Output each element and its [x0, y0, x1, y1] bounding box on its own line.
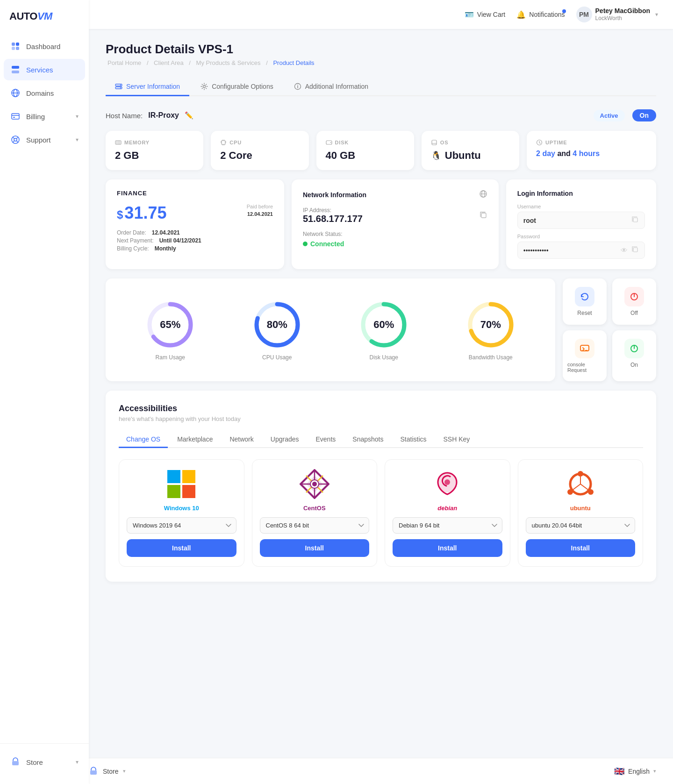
services-icon	[10, 64, 21, 75]
action-console[interactable]: console Request	[563, 330, 607, 381]
os-cards: Windows 10 Windows 2019 64 Windows 2016 …	[119, 459, 643, 567]
windows-install-btn[interactable]: Install	[127, 539, 236, 557]
sidebar-item-billing[interactable]: Billing ▾	[4, 106, 85, 127]
password-copy-icon[interactable]	[631, 246, 639, 255]
sidebar-item-services[interactable]: Services	[4, 59, 85, 80]
ubuntu-name: ubuntu	[570, 505, 591, 512]
amount-value: 31.75	[124, 203, 166, 223]
disk-pct: 60%	[373, 319, 394, 331]
access-tab-upgrades[interactable]: Upgrades	[263, 432, 307, 448]
disk-value: 40 GB	[326, 150, 405, 162]
access-tab-network[interactable]: Network	[222, 432, 261, 448]
debian-install-btn[interactable]: Install	[393, 539, 502, 557]
svg-rect-44	[432, 140, 437, 145]
svg-rect-31	[222, 141, 225, 144]
password-eye-icon[interactable]: 👁	[621, 246, 628, 254]
disk-gauge-center: 60%	[373, 319, 394, 331]
power-badge[interactable]: On	[632, 109, 656, 121]
view-cart-btn[interactable]: 🪪 View Cart	[465, 10, 505, 19]
sidebar-label-support: Support	[26, 136, 51, 144]
action-off[interactable]: Off	[612, 278, 656, 325]
memory-value: 2 GB	[115, 150, 194, 162]
os-card-debian: debian Debian 9 64 bit Debian 10 64 bit …	[385, 459, 510, 567]
tab-server-information[interactable]: Server Information	[106, 78, 189, 96]
svg-rect-63	[580, 345, 589, 351]
breadcrumb-products[interactable]: My Products & Services	[196, 59, 261, 66]
os-label: OS	[431, 139, 510, 146]
access-tab-ssh-key[interactable]: SSH Key	[436, 432, 478, 448]
disk-gauge: 60% Disk Usage	[330, 294, 437, 365]
svg-rect-11	[13, 117, 15, 118]
cpu-gauge-container: 80%	[251, 299, 303, 350]
os-value: Ubuntu	[445, 150, 481, 162]
cpu-value: 2 Core	[220, 150, 299, 162]
os-card-ubuntu: ubuntu ubuntu 20.04 64bit ubuntu 18.04 6…	[518, 459, 644, 567]
tab-server-icon	[115, 82, 122, 90]
breadcrumb-portal[interactable]: Portal Home	[107, 59, 141, 66]
sidebar-label-billing: Billing	[26, 113, 45, 121]
logo: AUTOVM	[0, 0, 89, 36]
notifications-btn[interactable]: 🔔 Notifications	[516, 10, 565, 19]
breadcrumb-client[interactable]: Client Area	[154, 59, 184, 66]
action-reset[interactable]: Reset	[563, 278, 607, 325]
debian-version-select[interactable]: Debian 9 64 bit Debian 10 64 bit	[393, 517, 502, 534]
network-title-text: Network Information	[303, 191, 366, 199]
username-input[interactable]	[523, 217, 628, 224]
centos-install-btn[interactable]: Install	[260, 539, 370, 557]
sidebar: AUTOVM Dashboard Services	[0, 0, 89, 784]
domains-icon	[10, 88, 21, 98]
ip-copy-icon[interactable]	[479, 211, 487, 221]
svg-point-26	[297, 85, 298, 86]
uptime-and: and	[557, 150, 573, 157]
access-tab-snapshots[interactable]: Snapshots	[345, 432, 391, 448]
centos-version-select[interactable]: CentOS 8 64 bit CentOS 7 64 bit	[260, 517, 370, 534]
tab-configurable-options[interactable]: Configurable Options	[191, 78, 283, 96]
gauges-panel: 65% Ram Usage 80% CPU Usage	[106, 278, 555, 381]
billing-cycle-label: Billing Cycle:	[117, 245, 149, 252]
action-on[interactable]: On	[612, 330, 656, 381]
actions-panel: Reset Off console Request On	[563, 278, 656, 381]
svg-rect-5	[12, 71, 19, 73]
uptime-days: 2 day	[536, 150, 555, 157]
username-copy-icon[interactable]	[631, 216, 639, 225]
access-tab-statistics[interactable]: Statistics	[393, 432, 434, 448]
svg-line-17	[13, 141, 14, 143]
bandwidth-label: Bandwidth Usage	[469, 354, 513, 361]
access-tab-change-os[interactable]: Change OS	[119, 432, 168, 448]
footer-language-btn[interactable]: 🇬🇧 English ▾	[614, 766, 656, 777]
access-tab-events[interactable]: Events	[308, 432, 344, 448]
next-payment-row: Next Payment: Until 04/12/2021	[117, 237, 273, 244]
svg-line-14	[13, 137, 14, 139]
off-label: Off	[630, 310, 638, 316]
ubuntu-version-select[interactable]: ubuntu 20.04 64bit ubuntu 18.04 64bit	[526, 517, 636, 534]
access-tabs: Change OS Marketplace Network Upgrades E…	[119, 432, 643, 448]
ip-label: IP Address:	[303, 207, 363, 214]
console-label: console Request	[567, 362, 602, 373]
svg-point-82	[578, 471, 583, 477]
footer-store-btn[interactable]: Store ▾	[89, 767, 126, 776]
ubuntu-install-btn[interactable]: Install	[526, 539, 636, 557]
tab-additional-info[interactable]: Additional Information	[285, 78, 378, 96]
svg-rect-69	[167, 485, 180, 498]
user-sub: LockWorth	[595, 15, 650, 22]
password-input[interactable]	[523, 247, 617, 254]
sidebar-item-support[interactable]: Support ▾	[4, 129, 85, 150]
sidebar-item-domains[interactable]: Domains	[4, 82, 85, 104]
billing-icon	[10, 111, 21, 121]
on-label: On	[630, 362, 638, 368]
page-title: Product Details VPS-1	[106, 42, 656, 57]
breadcrumb-current: Product Details	[273, 59, 314, 66]
access-tab-marketplace[interactable]: Marketplace	[170, 432, 220, 448]
windows-version-select[interactable]: Windows 2019 64 Windows 2016 64	[127, 517, 236, 534]
user-menu[interactable]: PM Petey MacGibbon LockWorth ▾	[576, 7, 658, 22]
svg-point-78	[312, 482, 317, 486]
status-text: Connected	[310, 240, 344, 248]
sidebar-item-store[interactable]: Store ▾	[4, 751, 85, 773]
support-chevron-icon: ▾	[76, 136, 79, 143]
footer-store-chevron: ▾	[123, 768, 126, 774]
sidebar-item-dashboard[interactable]: Dashboard	[4, 36, 85, 57]
edit-hostname-icon[interactable]: ✏️	[185, 111, 193, 120]
store-icon	[10, 757, 21, 767]
spec-uptime: Uptime 2 day and 4 hours	[527, 131, 656, 170]
footer: Store ▾ 🇬🇧 English ▾	[0, 758, 673, 784]
